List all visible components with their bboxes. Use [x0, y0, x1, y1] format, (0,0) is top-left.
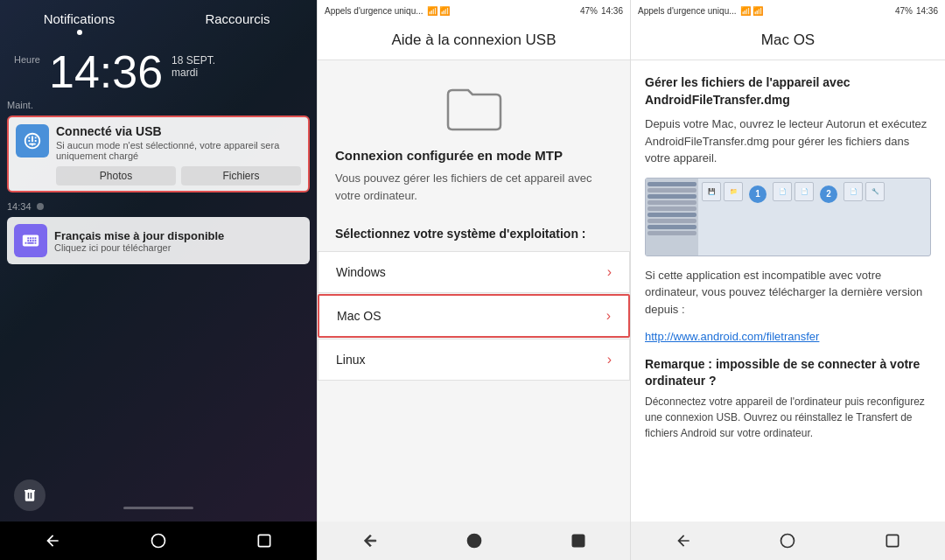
status-time-3: 14:36 [916, 6, 938, 16]
files-button[interactable]: Fichiers [181, 166, 301, 186]
home-button-3[interactable] [772, 525, 803, 556]
home-button-2[interactable] [458, 525, 490, 556]
badge-1: 1 [749, 186, 766, 203]
notif2-title: Français mise à jour disponible [54, 229, 224, 242]
back-button-2[interactable] [354, 525, 386, 556]
notif2-time: 14:34 [7, 201, 32, 212]
finder-item: 📁 [724, 182, 743, 201]
recents-button-1[interactable] [248, 525, 280, 556]
keyboard-icon [14, 224, 47, 257]
clear-notifications-button[interactable] [14, 480, 46, 511]
time-label: Heure [14, 49, 40, 65]
macos-section1-text: Depuis votre Mac, ouvrez le lecteur Auto… [645, 116, 931, 167]
notif1-time-label: Maint. [7, 100, 310, 110]
status-app-2: Appels d'urgence uniqu... [325, 6, 424, 16]
chevron-right-icon: › [607, 264, 612, 280]
macos-panel: Appels d'urgence uniqu... 📶 📶 47% 14:36 … [630, 0, 945, 560]
notifications-footer [0, 472, 317, 522]
os-item-macos[interactable]: Mac OS › [318, 294, 630, 338]
usb-help-title: Aide à la connexion USB [318, 21, 630, 60]
finder-item: 💾 [702, 182, 721, 201]
notif1-subtitle: Si aucun mode n'est sélectionné, votre a… [56, 140, 301, 161]
finder-item: 📄 [773, 182, 792, 201]
chevron-right-icon-2: › [606, 308, 611, 324]
current-date: 18 SEPT. mardi [172, 49, 215, 79]
macos-link[interactable]: http://www.android.com/filetransfer [645, 328, 931, 346]
keyboard-notification-card[interactable]: Français mise à jour disponible Cliquez … [7, 217, 310, 264]
finder-screenshot: 💾 📁 1 📄 📄 2 📄 🔧 [645, 178, 931, 256]
svg-point-2 [467, 535, 480, 548]
back-button-3[interactable] [668, 525, 699, 556]
status-icons-2: 📶 📶 [427, 6, 451, 16]
macos-panel-title: Mac OS [631, 21, 945, 60]
svg-rect-3 [572, 535, 584, 546]
mtp-title: Connexion configurée en mode MTP [318, 148, 630, 170]
usb-icon [16, 124, 49, 158]
navigation-bar-1 [0, 522, 317, 560]
select-os-label: Sélectionnez votre système d'exploitatio… [318, 220, 630, 251]
photos-button[interactable]: Photos [56, 166, 176, 186]
notification-tabs: Notifications Raccourcis [0, 0, 317, 42]
time-block: Heure 14:36 18 SEPT. mardi [0, 42, 317, 98]
mtp-description: Vous pouvez gérer les fichiers de cet ap… [318, 170, 630, 220]
usb-help-panel: Appels d'urgence uniqu... 📶 📶 47% 14:36 … [317, 0, 630, 560]
macos-panel-content: Gérer les fichiers de l'appareil avec An… [631, 60, 945, 522]
usb-help-content: Connexion configurée en mode MTP Vous po… [318, 60, 630, 522]
home-button-1[interactable] [143, 525, 174, 556]
folder-icon [318, 60, 630, 148]
finder-item: 📄 [844, 182, 863, 201]
navigation-bar-2 [318, 522, 630, 560]
svg-rect-1 [258, 535, 270, 546]
chevron-right-icon-3: › [607, 352, 612, 368]
tab-notifications[interactable]: Notifications [0, 0, 158, 42]
notif2-subtitle: Cliquez ici pour télécharger [54, 242, 224, 253]
svg-rect-5 [886, 535, 898, 546]
svg-point-0 [151, 535, 164, 548]
finder-item: 📄 [794, 182, 814, 201]
macos-note-text: Déconnectez votre appareil de l'ordinate… [645, 394, 931, 441]
finder-sidebar [646, 178, 698, 256]
tab-shortcuts[interactable]: Raccourcis [158, 0, 317, 42]
back-button-1[interactable] [37, 525, 68, 556]
badge-2: 2 [820, 186, 837, 203]
statusbar-3: Appels d'urgence uniqu... 📶 📶 47% 14:36 [631, 0, 945, 21]
macos-note-title: Remarque : impossible de se connecter à … [645, 356, 931, 390]
status-icons-3: 📶 📶 [740, 6, 764, 16]
navigation-bar-3 [631, 522, 945, 560]
status-battery-2: 47% [580, 6, 598, 16]
macos-section1-title: Gérer les fichiers de l'appareil avec An… [645, 74, 931, 108]
recents-button-3[interactable] [877, 525, 908, 556]
status-battery-3: 47% [895, 6, 913, 16]
os-item-windows[interactable]: Windows › [318, 251, 630, 293]
finder-main: 💾 📁 1 📄 📄 2 📄 🔧 [698, 178, 930, 256]
notifications-panel: Notifications Raccourcis Heure 14:36 18 … [0, 0, 317, 560]
status-time-2: 14:36 [601, 6, 623, 16]
recents-button-2[interactable] [563, 525, 594, 556]
usb-notification-card[interactable]: Connecté via USB Si aucun mode n'est sél… [7, 116, 310, 192]
status-app-3: Appels d'urgence uniqu... [638, 6, 737, 16]
scroll-hint [123, 507, 193, 509]
notif1-title: Connecté via USB [56, 124, 301, 138]
macos-si-text: Si cette application est incompatible av… [645, 267, 931, 318]
finder-item: 🔧 [865, 182, 885, 201]
time-info: 14:36 [49, 49, 163, 94]
current-time: 14:36 [49, 49, 163, 94]
svg-point-4 [781, 535, 794, 548]
statusbar-2: Appels d'urgence uniqu... 📶 📶 47% 14:36 [318, 0, 630, 21]
os-item-linux[interactable]: Linux › [318, 339, 630, 381]
